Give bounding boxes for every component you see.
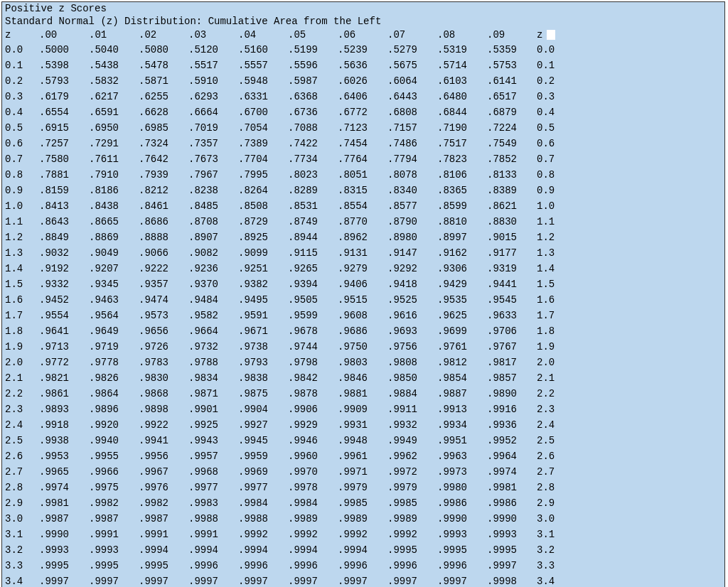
row-label-left: 1.0 xyxy=(2,198,36,214)
table-title-1: Positive z Scores xyxy=(2,2,724,15)
cell-value: .9967 xyxy=(136,464,186,480)
table-row: 2.8.9974.9975.9976.9977.9977.9978.9979.9… xyxy=(2,480,568,495)
cell-value: .9821 xyxy=(36,370,86,386)
cell-value: .9850 xyxy=(385,370,434,386)
cell-value: .9997 xyxy=(186,573,235,587)
cell-value: .9959 xyxy=(235,448,285,464)
cell-value: .9582 xyxy=(186,308,235,323)
cell-value: .9995 xyxy=(434,542,484,558)
cell-value: .9966 xyxy=(86,464,136,480)
cell-value: .9162 xyxy=(434,245,484,261)
cell-value: .9995 xyxy=(86,558,136,573)
cell-value: .9941 xyxy=(136,433,186,448)
cell-value: .6141 xyxy=(484,73,534,89)
cell-value: .7224 xyxy=(484,120,534,136)
row-label-right: 0.7 xyxy=(534,151,568,167)
row-label-right: 0.4 xyxy=(534,104,568,120)
cell-value: .9983 xyxy=(186,495,235,511)
row-label-left: 2.5 xyxy=(2,433,36,448)
cell-value: .9993 xyxy=(36,542,86,558)
z-table-container: Positive z Scores Standard Normal (z) Di… xyxy=(1,1,725,587)
cell-value: .9977 xyxy=(186,480,235,495)
cell-value: .9015 xyxy=(484,230,534,245)
cell-value: .6736 xyxy=(285,104,335,120)
cell-value: .9441 xyxy=(484,276,534,292)
cell-value: .9985 xyxy=(335,495,385,511)
cell-value: .9987 xyxy=(136,511,186,527)
cell-value: .9977 xyxy=(235,480,285,495)
table-row: 0.4.6554.6591.6628.6664.6700.6736.6772.6… xyxy=(2,104,568,120)
cell-value: .5596 xyxy=(285,58,335,73)
table-row: 1.5.9332.9345.9357.9370.9382.9394.9406.9… xyxy=(2,276,568,292)
cell-value: .6950 xyxy=(86,120,136,136)
cell-value: .5793 xyxy=(36,73,86,89)
cell-value: .9798 xyxy=(285,355,335,370)
cell-value: .9495 xyxy=(235,292,285,308)
cell-value: .8925 xyxy=(235,230,285,245)
cell-value: .9982 xyxy=(136,495,186,511)
row-label-left: 2.8 xyxy=(2,480,36,495)
cell-value: .7157 xyxy=(385,120,434,136)
cell-value: .9616 xyxy=(385,308,434,323)
cell-value: .7995 xyxy=(235,167,285,183)
cell-value: .5517 xyxy=(186,58,235,73)
row-label-left: 2.2 xyxy=(2,386,36,402)
cell-value: .5120 xyxy=(186,42,235,58)
cell-value: .6368 xyxy=(285,89,335,104)
cell-value: .9664 xyxy=(186,323,235,339)
row-label-left: 3.2 xyxy=(2,542,36,558)
cell-value: .9961 xyxy=(335,448,385,464)
cell-value: .9979 xyxy=(335,480,385,495)
cell-value: .9991 xyxy=(86,527,136,542)
cell-value: .7454 xyxy=(335,136,385,151)
cell-value: .9992 xyxy=(385,527,434,542)
cell-value: .8413 xyxy=(36,198,86,214)
cell-value: .9901 xyxy=(186,402,235,417)
row-label-right: 1.6 xyxy=(534,292,568,308)
cell-value: .5675 xyxy=(385,58,434,73)
cell-value: .7794 xyxy=(385,151,434,167)
cell-value: .9993 xyxy=(434,527,484,542)
cell-value: .9982 xyxy=(86,495,136,511)
row-label-right: 2.1 xyxy=(534,370,568,386)
cell-value: .6064 xyxy=(385,73,434,89)
cell-value: .7291 xyxy=(86,136,136,151)
cell-value: .9969 xyxy=(235,464,285,480)
cell-value: .9951 xyxy=(434,433,484,448)
cell-value: .6772 xyxy=(335,104,385,120)
cell-value: .5636 xyxy=(335,58,385,73)
table-row: 3.3.9995.9995.9995.9996.9996.9996.9996.9… xyxy=(2,558,568,573)
cell-value: .7517 xyxy=(434,136,484,151)
cell-value: .6985 xyxy=(136,120,186,136)
cell-value: .5438 xyxy=(86,58,136,73)
cell-value: .6179 xyxy=(36,89,86,104)
cell-value: .8106 xyxy=(434,167,484,183)
row-label-left: 0.1 xyxy=(2,58,36,73)
cell-value: .9996 xyxy=(335,558,385,573)
cell-value: .9875 xyxy=(235,386,285,402)
cell-value: .8944 xyxy=(285,230,335,245)
cell-value: .8438 xyxy=(86,198,136,214)
row-label-left: 1.1 xyxy=(2,214,36,230)
cell-value: .9990 xyxy=(434,511,484,527)
cell-value: .9671 xyxy=(235,323,285,339)
cell-value: .9997 xyxy=(86,573,136,587)
row-label-left: 1.5 xyxy=(2,276,36,292)
col-header-1: .01 xyxy=(86,28,136,42)
cell-value: .9963 xyxy=(434,448,484,464)
cell-value: .7422 xyxy=(285,136,335,151)
z-table: z.00.01.02.03.04.05.06.07.08.09z 0.0.500… xyxy=(2,28,568,587)
cell-value: .9931 xyxy=(335,417,385,433)
cell-value: .8599 xyxy=(434,198,484,214)
table-row: 3.1.9990.9991.9991.9991.9992.9992.9992.9… xyxy=(2,527,568,542)
row-label-right: 0.5 xyxy=(534,120,568,136)
cell-value: .6554 xyxy=(36,104,86,120)
cell-value: .7324 xyxy=(136,136,186,151)
cell-value: .8289 xyxy=(285,183,335,198)
cell-value: .9793 xyxy=(235,355,285,370)
cell-value: .9904 xyxy=(235,402,285,417)
cell-value: .9192 xyxy=(36,261,86,276)
row-label-right: 2.4 xyxy=(534,417,568,433)
col-header-7: .07 xyxy=(385,28,434,42)
cell-value: .9738 xyxy=(235,339,285,355)
